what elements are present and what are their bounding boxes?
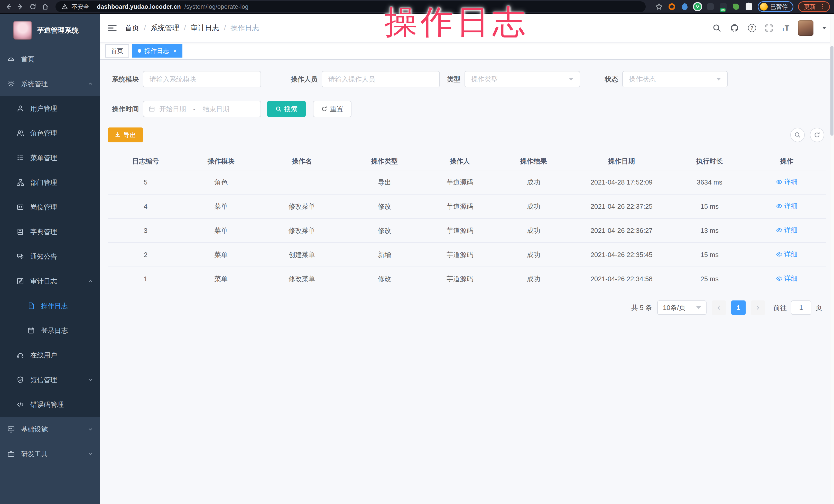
home-icon[interactable] [41,3,49,11]
user-menu-caret-icon[interactable] [822,27,826,29]
operator-input-field[interactable] [328,75,433,83]
operate-log-icon [27,302,35,310]
sidebar-item-devtools[interactable]: 研发工具 [0,441,100,466]
tab-home[interactable]: 首页 [105,44,129,58]
cell-log-id: 1 [108,267,183,291]
cell-operator: 芋道源码 [424,218,496,243]
tab-operate-log[interactable]: 操作日志 × [132,44,182,58]
cell-log-id: 2 [108,243,183,267]
sidebar-item-dictionary[interactable]: 字典管理 [0,219,100,244]
sidebar-collapse-icon[interactable] [108,25,117,31]
font-size-icon[interactable]: TT [782,24,789,32]
page-size-select[interactable]: 10条/页 [657,301,706,315]
sidebar-item-home[interactable]: 首页 [0,47,100,71]
breadcrumb-audit[interactable]: 审计日志 [191,23,219,33]
extension-gem-icon[interactable] [706,3,715,11]
scrollbar-thumb[interactable] [830,46,833,136]
page-jumper-input[interactable] [791,301,811,315]
reload-icon[interactable] [29,3,37,11]
page-scrollbar[interactable] [830,14,834,504]
col-date: 操作日期 [571,153,672,170]
extension-on-badge-icon[interactable]: on [719,3,727,11]
col-result: 操作结果 [496,153,571,170]
detail-link[interactable]: 详细 [776,201,797,211]
sidebar-item-departments[interactable]: 部门管理 [0,170,100,195]
browser-menu-kebab-icon[interactable]: ⋮ [819,4,826,10]
help-icon[interactable]: ? [748,24,756,32]
breadcrumb: 首页 / 系统管理 / 审计日志 / 操作日志 [125,23,259,33]
sidebar-item-operate-log[interactable]: 操作日志 [0,293,100,318]
date-range-picker[interactable]: 开始日期 - 结束日期 [143,101,261,117]
not-secure-warning-icon [62,4,68,10]
sidebar-item-menus[interactable]: 菜单管理 [0,146,100,170]
detail-link[interactable]: 详细 [776,274,797,283]
profile-paused-badge[interactable]: 已暂停 [758,1,793,12]
cell-result: 成功 [496,218,571,243]
sidebar-item-audit-log[interactable]: 审计日志 [0,269,100,293]
module-input[interactable] [143,71,261,87]
sidebar-item-login-log[interactable]: 登录日志 [0,318,100,343]
detail-link[interactable]: 详细 [776,226,797,235]
extensions-puzzle-icon[interactable] [745,3,753,11]
breadcrumb-system[interactable]: 系统管理 [151,23,179,33]
table-row: 3 菜单 修改菜单 修改 芋道源码 成功 2021-04-26 22:36:27… [108,218,826,243]
sidebar-item-notices[interactable]: 通知公告 [0,244,100,269]
cell-date: 2021-04-28 17:52:09 [571,170,672,194]
extension-orange-icon[interactable] [668,3,676,11]
forward-icon[interactable] [17,3,25,11]
sidebar-item-system[interactable]: 系统管理 [0,71,100,96]
extension-green-v-icon[interactable] [694,3,702,11]
search-icon[interactable] [712,24,721,32]
github-icon[interactable] [730,23,739,32]
bookmark-star-icon[interactable] [655,3,663,11]
cell-date: 2021-04-26 22:37:25 [571,194,672,218]
fullscreen-icon[interactable] [765,24,773,32]
address-bar[interactable]: 不安全 dashboard.yudao.iocoder.cn /system/l… [56,1,646,12]
search-button[interactable]: 搜索 [267,101,306,117]
sidebar-item-roles[interactable]: 角色管理 [0,121,100,146]
eye-icon [776,227,783,234]
tab-close-icon[interactable]: × [173,47,177,54]
sidebar-item-posts[interactable]: 岗位管理 [0,195,100,219]
cell-operator: 芋道源码 [424,243,496,267]
active-tab-dot [138,49,141,53]
prev-page-button[interactable] [712,301,726,315]
type-select[interactable]: 操作类型 [464,71,580,87]
show-search-toggle-button[interactable] [790,128,805,142]
detail-link[interactable]: 详细 [776,250,797,259]
cell-type: 新增 [345,243,424,267]
extension-blue-icon[interactable] [681,3,689,11]
sidebar-item-users[interactable]: 用户管理 [0,96,100,121]
annotation-overlay: 操作日志 [385,0,528,44]
operator-label: 操作人员 [287,75,317,84]
next-page-button[interactable] [751,301,765,315]
refresh-table-button[interactable] [810,128,824,142]
reset-button[interactable]: 重置 [313,101,351,117]
end-date-placeholder: 结束日期 [203,105,229,114]
cell-result: 成功 [496,243,571,267]
sidebar-item-online-users[interactable]: 在线用户 [0,343,100,368]
cell-date: 2021-04-26 22:34:58 [571,267,672,291]
export-button[interactable]: 导出 [108,128,143,143]
browser-update-button[interactable]: 更新 ⋮ [798,1,830,12]
operator-input[interactable] [322,71,440,87]
back-icon[interactable] [4,3,12,11]
module-label: 系统模块 [108,75,139,84]
status-label: 状态 [603,75,618,84]
module-input-field[interactable] [150,75,254,83]
current-page[interactable]: 1 [731,301,746,315]
sidebar-item-error-codes[interactable]: 错误码管理 [0,392,100,417]
detail-link[interactable]: 详细 [776,177,797,186]
sidebar-item-sms[interactable]: 短信管理 [0,368,100,392]
user-avatar[interactable] [798,20,813,36]
app-logo[interactable]: 芋道管理系统 [0,14,100,47]
extension-leaf-icon[interactable] [732,3,740,11]
chevron-down-icon [88,426,93,432]
breadcrumb-home[interactable]: 首页 [125,23,139,33]
cell-module: 菜单 [183,267,259,291]
sidebar-item-infra[interactable]: 基础设施 [0,417,100,441]
cell-duration: 3634 ms [672,170,747,194]
time-label: 操作时间 [108,105,139,114]
col-log-id: 日志编号 [108,153,183,170]
status-select[interactable]: 操作状态 [622,71,728,87]
